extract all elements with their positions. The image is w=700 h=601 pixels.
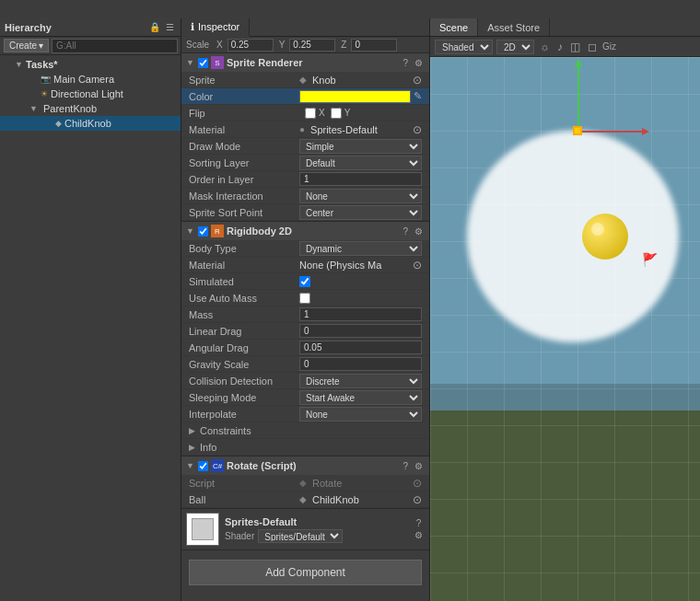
interpolate-select[interactable]: None <box>299 407 422 422</box>
tree-item-directional-light[interactable]: ☀ Directional Light <box>0 87 181 101</box>
sprite-sort-point-prop-row: Sprite Sort Point Center <box>181 204 429 221</box>
rotate-script-title: Rotate (Script) <box>227 460 398 471</box>
inspector-tab-bar: ℹ Inspector <box>181 18 429 37</box>
linear-drag-input[interactable] <box>299 324 422 338</box>
hierarchy-toolbar: Create ▾ <box>0 37 181 55</box>
fx-icon-btn[interactable]: ◫ <box>568 40 582 53</box>
eyedropper-btn[interactable]: ✎ <box>414 90 422 102</box>
shader-select[interactable]: Sprites/Default <box>258 529 343 543</box>
interpolate-value: None <box>299 407 422 422</box>
mask-interaction-select[interactable]: None <box>299 189 422 203</box>
scale-label: Scale <box>186 40 214 50</box>
sprite-renderer-enable-cb[interactable] <box>198 58 208 68</box>
rotate-script-help-btn[interactable]: ? <box>401 461 410 471</box>
audio-icon-btn[interactable]: ♪ <box>555 40 565 53</box>
scene-hidden-icon-btn[interactable]: ◻ <box>586 40 599 53</box>
sprite-sort-point-select[interactable]: Center <box>299 205 422 220</box>
info-arrow: ▶ <box>189 443 195 452</box>
rotate-script-enable-cb[interactable] <box>198 461 208 471</box>
rotate-script-header[interactable]: ▼ C# Rotate (Script) ? ⚙ <box>181 457 429 475</box>
collision-detection-label: Collision Detection <box>189 376 299 387</box>
ball-label: Ball <box>189 494 299 505</box>
scene-panel: Scene Asset Store Shaded 2D ☼ ♪ ◫ ◻ Giz <box>430 18 700 601</box>
add-component-button[interactable]: Add Component <box>189 560 422 585</box>
scene-tab[interactable]: Scene <box>430 18 478 36</box>
flip-x-checkbox[interactable] <box>305 108 316 119</box>
material-prop-row: Material ● Sprites-Default ⊙ <box>181 121 429 138</box>
tree-item-main-camera[interactable]: 📷 Main Camera <box>0 72 181 87</box>
create-button[interactable]: Create ▾ <box>4 39 49 52</box>
mass-value <box>299 307 422 321</box>
color-label: Color <box>189 91 299 102</box>
script-prop-row: Script ◆ Rotate ⊙ <box>181 475 429 491</box>
body-type-select[interactable]: Dynamic <box>299 241 422 256</box>
body-type-label: Body Type <box>189 243 299 254</box>
mode-select[interactable]: 2D <box>496 40 534 54</box>
angular-drag-input[interactable] <box>299 341 422 354</box>
tree-item-child-knob[interactable]: ◆ ChildKnob <box>0 116 181 131</box>
asset-store-tab[interactable]: Asset Store <box>478 18 550 36</box>
sprite-renderer-header[interactable]: ▼ S Sprite Renderer ? ⚙ <box>181 53 429 72</box>
scale-y-input[interactable] <box>289 39 335 52</box>
scale-x-input[interactable] <box>228 39 274 52</box>
info-row[interactable]: ▶ Info <box>181 439 429 456</box>
auto-mass-checkbox[interactable] <box>299 293 310 304</box>
color-value: ✎ <box>299 90 422 103</box>
tree-item-tasks[interactable]: ▼ Tasks* <box>0 57 181 72</box>
linear-drag-value <box>299 324 422 338</box>
collision-detection-select[interactable]: Discrete <box>299 374 422 388</box>
y-axis-label: Y <box>279 40 286 50</box>
color-swatch[interactable] <box>299 90 411 103</box>
rigidbody2d-enable-cb[interactable] <box>198 226 208 237</box>
mass-input[interactable] <box>299 307 422 321</box>
hierarchy-panel: Hierarchy 🔒 ☰ Create ▾ ▼ Tasks* <box>0 18 181 601</box>
script-value-text: Rotate <box>312 478 410 489</box>
constraints-row[interactable]: ▶ Constraints <box>181 422 429 439</box>
sprite-sort-point-value: Center <box>299 205 422 220</box>
draw-mode-select[interactable]: Simple <box>299 139 422 154</box>
sleeping-mode-select[interactable]: Start Awake <box>299 390 422 405</box>
ball-pick-btn[interactable]: ⊙ <box>413 493 422 506</box>
rigidbody2d-settings-btn[interactable]: ⚙ <box>413 226 425 237</box>
sun-icon-btn[interactable]: ☼ <box>538 40 552 53</box>
sprite-renderer-help-btn[interactable]: ? <box>401 58 410 68</box>
material-pick-btn[interactable]: ⊙ <box>413 123 422 136</box>
flip-label: Flip <box>189 108 299 119</box>
tree-item-parent-knob[interactable]: ▼ ParentKnob <box>0 101 181 116</box>
sprites-default-settings-btn[interactable]: ⚙ <box>413 530 425 540</box>
rigidbody2d-help-btn[interactable]: ? <box>401 226 410 237</box>
order-in-layer-input[interactable] <box>299 172 422 186</box>
material-label: Material <box>189 124 299 135</box>
rb-material-text: None (Physics Ma <box>299 260 410 271</box>
mass-prop-row: Mass <box>181 306 429 323</box>
rotate-script-settings-btn[interactable]: ⚙ <box>413 461 425 471</box>
shaded-select[interactable]: Shaded <box>435 40 493 54</box>
sorting-layer-select[interactable]: Default <box>299 156 422 170</box>
x-axis-label: X <box>216 40 223 50</box>
inspector-tab[interactable]: ℹ Inspector <box>181 18 250 37</box>
script-pick-btn[interactable]: ⊙ <box>413 477 422 490</box>
scene-viewport[interactable]: 🚩 <box>430 57 700 601</box>
gizmo-center <box>573 126 582 135</box>
hierarchy-menu-btn[interactable]: ☰ <box>164 22 176 32</box>
flip-y-checkbox[interactable] <box>331 108 342 119</box>
order-in-layer-label: Order in Layer <box>189 174 299 185</box>
rotate-script-section: ▼ C# Rotate (Script) ? ⚙ Script ◆ Rotate <box>181 457 429 509</box>
interpolate-label: Interpolate <box>189 409 299 420</box>
hierarchy-search[interactable] <box>52 39 178 53</box>
sprites-default-help-btn[interactable]: ? <box>413 518 425 528</box>
hierarchy-lock-btn[interactable]: 🔒 <box>147 22 162 32</box>
add-component-area: Add Component <box>181 550 429 595</box>
rigidbody2d-header[interactable]: ▼ R Rigidbody 2D ? ⚙ <box>181 222 429 240</box>
sprite-pick-btn[interactable]: ⊙ <box>413 74 422 87</box>
mask-interaction-label: Mask Interaction <box>189 191 299 202</box>
simulated-checkbox[interactable] <box>299 276 310 287</box>
gravity-scale-input[interactable] <box>299 357 422 371</box>
sprite-renderer-settings-btn[interactable]: ⚙ <box>413 58 425 68</box>
sleeping-mode-prop-row: Sleeping Mode Start Awake <box>181 389 429 406</box>
flip-y-group: Y <box>331 108 351 119</box>
rb-material-pick-btn[interactable]: ⊙ <box>413 259 422 272</box>
ball-highlight <box>591 223 604 236</box>
scale-z-input[interactable] <box>351 39 397 52</box>
ball-object <box>582 209 637 264</box>
